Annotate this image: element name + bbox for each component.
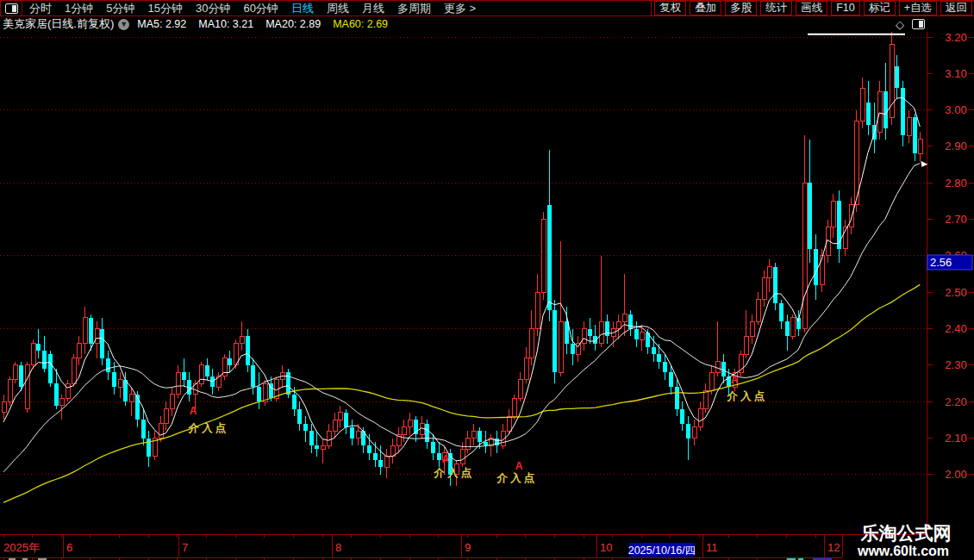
candle-down bbox=[378, 460, 383, 467]
candle-up bbox=[692, 427, 696, 439]
month-label: 12 bbox=[827, 541, 840, 554]
marker-a-glyph: A bbox=[515, 460, 523, 472]
candle-down bbox=[657, 354, 661, 361]
candle-up bbox=[66, 383, 70, 398]
candle-down bbox=[571, 344, 575, 355]
candle-down bbox=[100, 329, 104, 358]
candle-up bbox=[524, 358, 528, 380]
menu-item-更多 >[interactable]: 更多 > bbox=[444, 1, 476, 16]
candle-up bbox=[199, 365, 203, 383]
candle-up bbox=[541, 220, 546, 293]
menu-item-日线[interactable]: 日线 bbox=[291, 1, 314, 16]
candle-up bbox=[356, 431, 360, 438]
month-label: 10 bbox=[600, 541, 612, 554]
menu-item-月线[interactable]: 月线 bbox=[362, 1, 384, 16]
candle-down bbox=[686, 424, 690, 439]
toolbar-button-复权[interactable]: 复权 bbox=[654, 1, 686, 16]
candle-down bbox=[628, 314, 633, 329]
selected-price-value: 2.56 bbox=[930, 256, 952, 269]
candle-up bbox=[465, 439, 470, 450]
candle-up bbox=[460, 449, 465, 464]
candle-up bbox=[507, 416, 511, 431]
candlestick-chart-area[interactable]: 2.002.102.202.302.402.502.602.702.802.90… bbox=[0, 32, 974, 560]
candle-up bbox=[384, 457, 389, 468]
candle-up bbox=[118, 380, 122, 387]
chart-canvas[interactable]: 2.002.102.202.302.402.502.602.702.802.90… bbox=[0, 32, 974, 560]
marker-entry-label: 介入点 bbox=[727, 390, 768, 402]
menu-item-周线[interactable]: 周线 bbox=[327, 1, 349, 16]
candle-down bbox=[42, 351, 47, 369]
toolbar-button-+自选[interactable]: +自选 bbox=[899, 1, 937, 16]
candle-up bbox=[582, 329, 586, 344]
candle-up bbox=[240, 336, 244, 343]
candle-up bbox=[159, 424, 163, 439]
candle-down bbox=[123, 380, 128, 401]
candle-up bbox=[918, 140, 922, 154]
candle-down bbox=[315, 445, 319, 449]
candle-down bbox=[901, 88, 905, 135]
candle-up bbox=[529, 329, 534, 358]
price-label: 3.10 bbox=[945, 67, 966, 80]
candle-up bbox=[333, 420, 337, 431]
candle-down bbox=[303, 424, 308, 431]
price-label: 2.50 bbox=[945, 286, 966, 299]
menu-item-1分钟[interactable]: 1分钟 bbox=[65, 1, 93, 16]
toolbar-button-画线[interactable]: 画线 bbox=[796, 1, 827, 16]
candle-up bbox=[176, 372, 180, 394]
toolbar-button-叠加[interactable]: 叠加 bbox=[690, 1, 721, 16]
candle-up bbox=[616, 321, 621, 328]
candle-up bbox=[25, 365, 29, 409]
candle-up bbox=[59, 398, 64, 405]
marker-a-glyph: A bbox=[442, 453, 450, 465]
toolbar-button-标记[interactable]: 标记 bbox=[864, 1, 896, 16]
candle-down bbox=[484, 442, 488, 445]
price-label: 2.40 bbox=[945, 322, 966, 335]
watermark-site-name: 乐淘公式网 bbox=[860, 523, 952, 543]
candle-up bbox=[234, 344, 238, 365]
diamond-icon[interactable]: ◇ bbox=[896, 19, 904, 30]
candle-down bbox=[350, 427, 354, 439]
candle-down bbox=[478, 431, 482, 442]
candle-down bbox=[866, 103, 871, 124]
candle-up bbox=[535, 292, 540, 328]
candle-up bbox=[640, 333, 644, 339]
candle-up bbox=[2, 401, 6, 413]
candle-up bbox=[802, 183, 807, 328]
menu-item-5分钟[interactable]: 5分钟 bbox=[106, 1, 134, 16]
menu-item-15分钟[interactable]: 15分钟 bbox=[147, 1, 182, 16]
candle-down bbox=[54, 383, 59, 405]
month-label: 7 bbox=[182, 541, 188, 554]
candle-down bbox=[814, 249, 818, 285]
menu-item-60分钟[interactable]: 60分钟 bbox=[243, 1, 278, 16]
toolbar-button-统计[interactable]: 统计 bbox=[760, 1, 792, 16]
toolbar-button-F10[interactable]: F10 bbox=[831, 1, 860, 16]
toolbar-button-返回[interactable]: 返回 bbox=[940, 1, 972, 16]
candle-down bbox=[553, 310, 557, 372]
candle-up bbox=[338, 413, 342, 420]
candle-up bbox=[698, 409, 702, 427]
chevron-down-icon[interactable]: ▼ bbox=[118, 19, 129, 30]
price-label: 2.20 bbox=[945, 395, 966, 408]
candle-up bbox=[471, 431, 476, 438]
candle-up bbox=[767, 267, 771, 278]
candle-down bbox=[680, 409, 684, 424]
ma-label-MA10: MA10: 3.21 bbox=[198, 18, 253, 30]
menu-item-多周期[interactable]: 多周期 bbox=[397, 1, 431, 16]
candle-down bbox=[437, 453, 441, 460]
ma-label-MA5: MA5: 2.92 bbox=[137, 18, 186, 30]
window-layout-button[interactable] bbox=[0, 1, 22, 16]
candle-up bbox=[831, 201, 835, 227]
menu-item-分时[interactable]: 分时 bbox=[29, 1, 52, 16]
candle-down bbox=[36, 344, 41, 351]
panel-split-icon[interactable] bbox=[912, 19, 925, 29]
candle-down bbox=[373, 453, 378, 460]
toolbar-button-多股[interactable]: 多股 bbox=[725, 1, 757, 16]
candle-down bbox=[663, 362, 667, 373]
candle-down bbox=[141, 420, 146, 438]
candle-up bbox=[321, 445, 325, 449]
price-label: 2.10 bbox=[945, 432, 966, 445]
menu-item-30分钟[interactable]: 30分钟 bbox=[196, 1, 230, 16]
price-label: 2.30 bbox=[945, 358, 966, 371]
candle-up bbox=[907, 117, 911, 135]
top-toolbar: 分时1分钟5分钟15分钟30分钟60分钟日线周线月线多周期更多 > 复权叠加多股… bbox=[0, 0, 974, 16]
